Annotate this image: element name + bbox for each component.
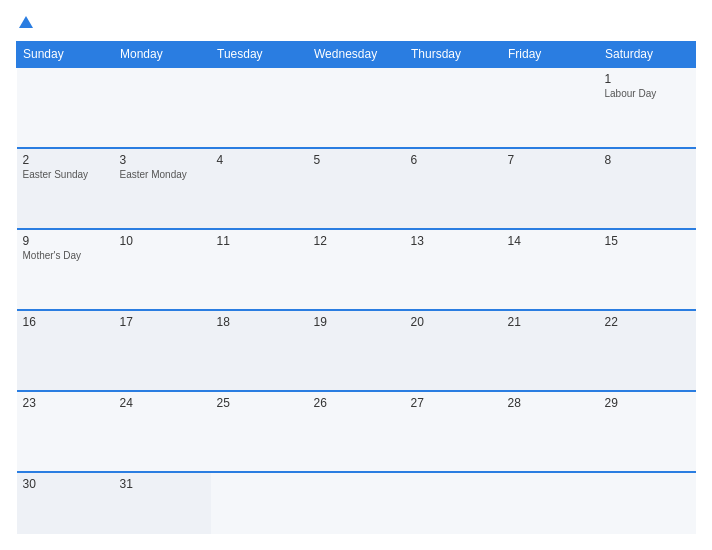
day-number: 11 xyxy=(217,234,302,248)
logo-triangle-icon xyxy=(19,16,33,28)
weekday-header-friday: Friday xyxy=(502,42,599,68)
calendar-day-cell: 6 xyxy=(405,148,502,229)
day-event-label: Easter Monday xyxy=(120,169,205,180)
logo xyxy=(16,16,35,29)
day-number: 7 xyxy=(508,153,593,167)
calendar-day-cell: 2Easter Sunday xyxy=(17,148,114,229)
calendar-day-cell xyxy=(405,472,502,534)
day-number: 22 xyxy=(605,315,690,329)
day-number: 10 xyxy=(120,234,205,248)
day-number: 31 xyxy=(120,477,205,491)
day-number: 27 xyxy=(411,396,496,410)
weekday-header-tuesday: Tuesday xyxy=(211,42,308,68)
calendar-day-cell: 4 xyxy=(211,148,308,229)
day-number: 30 xyxy=(23,477,108,491)
calendar-day-cell xyxy=(211,472,308,534)
calendar-day-cell: 12 xyxy=(308,229,405,310)
day-number: 26 xyxy=(314,396,399,410)
day-number: 14 xyxy=(508,234,593,248)
day-number: 29 xyxy=(605,396,690,410)
calendar-day-cell: 11 xyxy=(211,229,308,310)
day-number: 18 xyxy=(217,315,302,329)
day-number: 19 xyxy=(314,315,399,329)
day-number: 4 xyxy=(217,153,302,167)
weekday-header-wednesday: Wednesday xyxy=(308,42,405,68)
calendar-day-cell: 29 xyxy=(599,391,696,472)
calendar-day-cell: 19 xyxy=(308,310,405,391)
weekday-header-monday: Monday xyxy=(114,42,211,68)
calendar-day-cell xyxy=(405,67,502,148)
calendar-day-cell: 26 xyxy=(308,391,405,472)
calendar-day-cell: 9Mother's Day xyxy=(17,229,114,310)
day-number: 21 xyxy=(508,315,593,329)
calendar-day-cell xyxy=(502,472,599,534)
calendar-day-cell: 24 xyxy=(114,391,211,472)
day-number: 2 xyxy=(23,153,108,167)
calendar-week-row: 9Mother's Day101112131415 xyxy=(17,229,696,310)
calendar-week-row: 2Easter Sunday3Easter Monday45678 xyxy=(17,148,696,229)
calendar-week-row: 23242526272829 xyxy=(17,391,696,472)
calendar-week-row: 16171819202122 xyxy=(17,310,696,391)
calendar-day-cell xyxy=(502,67,599,148)
calendar-day-cell: 3Easter Monday xyxy=(114,148,211,229)
day-event-label: Mother's Day xyxy=(23,250,108,261)
day-number: 16 xyxy=(23,315,108,329)
calendar-day-cell: 31 xyxy=(114,472,211,534)
calendar-table: SundayMondayTuesdayWednesdayThursdayFrid… xyxy=(16,41,696,534)
day-number: 8 xyxy=(605,153,690,167)
calendar-day-cell xyxy=(17,67,114,148)
day-number: 12 xyxy=(314,234,399,248)
calendar-day-cell xyxy=(308,472,405,534)
weekday-header-row: SundayMondayTuesdayWednesdayThursdayFrid… xyxy=(17,42,696,68)
calendar-day-cell: 14 xyxy=(502,229,599,310)
day-number: 23 xyxy=(23,396,108,410)
day-number: 3 xyxy=(120,153,205,167)
day-event-label: Easter Sunday xyxy=(23,169,108,180)
day-number: 9 xyxy=(23,234,108,248)
calendar-day-cell xyxy=(308,67,405,148)
calendar-header xyxy=(16,16,696,29)
day-number: 25 xyxy=(217,396,302,410)
day-number: 28 xyxy=(508,396,593,410)
calendar-day-cell xyxy=(599,472,696,534)
calendar-day-cell: 15 xyxy=(599,229,696,310)
calendar-day-cell: 22 xyxy=(599,310,696,391)
calendar-day-cell: 20 xyxy=(405,310,502,391)
day-event-label: Labour Day xyxy=(605,88,690,99)
calendar-day-cell xyxy=(114,67,211,148)
calendar-day-cell: 13 xyxy=(405,229,502,310)
calendar-day-cell: 10 xyxy=(114,229,211,310)
calendar-day-cell: 27 xyxy=(405,391,502,472)
calendar-day-cell: 5 xyxy=(308,148,405,229)
weekday-header-saturday: Saturday xyxy=(599,42,696,68)
day-number: 24 xyxy=(120,396,205,410)
day-number: 1 xyxy=(605,72,690,86)
calendar-day-cell: 25 xyxy=(211,391,308,472)
day-number: 5 xyxy=(314,153,399,167)
day-number: 17 xyxy=(120,315,205,329)
calendar-week-row: 1Labour Day xyxy=(17,67,696,148)
calendar-day-cell: 1Labour Day xyxy=(599,67,696,148)
calendar-day-cell xyxy=(211,67,308,148)
calendar-week-row: 3031 xyxy=(17,472,696,534)
calendar-day-cell: 28 xyxy=(502,391,599,472)
calendar-day-cell: 7 xyxy=(502,148,599,229)
day-number: 15 xyxy=(605,234,690,248)
calendar-day-cell: 16 xyxy=(17,310,114,391)
calendar-day-cell: 17 xyxy=(114,310,211,391)
calendar-day-cell: 21 xyxy=(502,310,599,391)
day-number: 20 xyxy=(411,315,496,329)
calendar-day-cell: 8 xyxy=(599,148,696,229)
weekday-header-thursday: Thursday xyxy=(405,42,502,68)
day-number: 6 xyxy=(411,153,496,167)
calendar-day-cell: 30 xyxy=(17,472,114,534)
calendar-day-cell: 18 xyxy=(211,310,308,391)
calendar-day-cell: 23 xyxy=(17,391,114,472)
weekday-header-sunday: Sunday xyxy=(17,42,114,68)
day-number: 13 xyxy=(411,234,496,248)
